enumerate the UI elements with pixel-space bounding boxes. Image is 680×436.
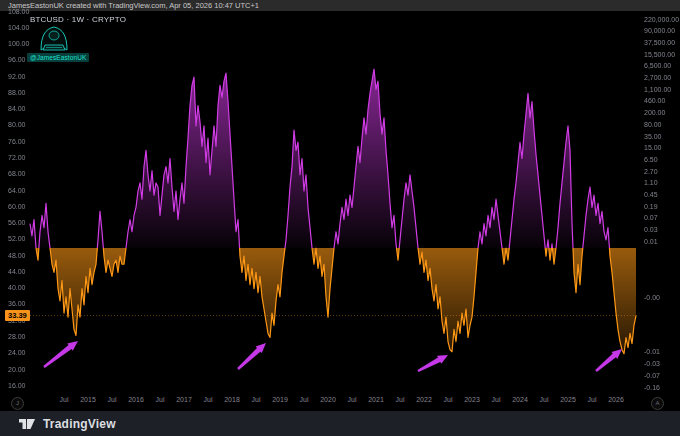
right-axis-tick: 0.19 (644, 203, 658, 210)
left-axis-tick: 88.00 (8, 89, 26, 96)
attribution-text: JamesEastonUK created with TradingView.c… (8, 1, 259, 10)
left-axis-tick: 100.00 (8, 40, 29, 47)
right-axis-tick: 0.07 (644, 214, 658, 221)
right-axis-tick: 2,700.00 (644, 74, 671, 81)
left-axis-tick: 92.00 (8, 73, 26, 80)
right-axis-tick: 37,500.00 (644, 39, 675, 46)
left-axis-tick: 76.00 (8, 138, 26, 145)
tradingview-logo-icon[interactable] (18, 417, 36, 431)
time-axis-tick: 2021 (368, 396, 384, 403)
left-axis-tick: 72.00 (8, 154, 26, 161)
time-axis-tick: 2016 (128, 396, 144, 403)
left-axis-tick: 80.00 (8, 121, 26, 128)
right-axis-tick: 0.45 (644, 191, 658, 198)
right-axis-tick: 35.00 (644, 133, 662, 140)
right-axis-tick: 1,100.00 (644, 86, 671, 93)
right-axis-tick: 0.03 (644, 226, 658, 233)
tradingview-snapshot: JamesEastonUK created with TradingView.c… (0, 0, 680, 436)
left-axis-tick: 40.00 (8, 284, 26, 291)
right-axis-tick: 6,500.00 (644, 62, 671, 69)
left-axis-tick: 56.00 (8, 219, 26, 226)
time-axis-tick: Jul (348, 396, 357, 403)
time-axis-tick: Jul (60, 396, 69, 403)
time-axis-tick: 2018 (224, 396, 240, 403)
attribution-bar: JamesEastonUK created with TradingView.c… (0, 0, 680, 11)
left-axis-tick: 20.00 (8, 366, 26, 373)
brand-name[interactable]: TradingView (43, 417, 116, 431)
right-axis-tick: 15,500.00 (644, 51, 675, 58)
time-axis-tick: Jul (204, 396, 213, 403)
left-axis-tick: 84.00 (8, 105, 26, 112)
left-axis-tick: 16.00 (8, 382, 26, 389)
right-axis-tick: 6.50 (644, 156, 658, 163)
current-value-label: 33.39 (5, 310, 30, 321)
time-axis-tick: Jul (252, 396, 261, 403)
left-axis-tick: 36.00 (8, 300, 26, 307)
symbol-title: BTCUSD · 1W · CRYPTO (30, 15, 126, 24)
time-axis-tick: 2024 (512, 396, 528, 403)
time-axis-tick: Jul (156, 396, 165, 403)
oscillator-chart-canvas[interactable] (0, 12, 680, 392)
time-axis-tick: Jul (108, 396, 117, 403)
right-axis-tick: -0.16 (644, 384, 660, 391)
right-axis-tick: 2.70 (644, 168, 658, 175)
left-axis-tick: 44.00 (8, 268, 26, 275)
left-axis-tick: 64.00 (8, 187, 26, 194)
time-axis-tick: 2015 (80, 396, 96, 403)
time-axis-tick: 2017 (176, 396, 192, 403)
right-axis-tick: -0.00 (644, 294, 660, 301)
right-axis-tick: 200.00 (644, 109, 665, 116)
time-axis-tick: Jul (540, 396, 549, 403)
time-axis-tick: Jul (300, 396, 309, 403)
right-axis-tick: -0.03 (644, 360, 660, 367)
left-axis-tick: 104.00 (8, 24, 29, 31)
time-axis-tick: 2019 (272, 396, 288, 403)
right-axis-tick: -0.07 (644, 372, 660, 379)
footer-bar: TradingView (0, 411, 680, 436)
time-axis-tick: Jul (492, 396, 501, 403)
left-axis-tick: 96.00 (8, 56, 26, 63)
left-axis-tick: 52.00 (8, 235, 26, 242)
time-axis-tick: 2025 (560, 396, 576, 403)
right-axis-tick: 15.00 (644, 144, 662, 151)
time-axis-tick: 2020 (320, 396, 336, 403)
time-axis-tick: 2026 (608, 396, 624, 403)
time-axis-tick: 2022 (416, 396, 432, 403)
auto-scale-icon[interactable]: A (651, 397, 664, 410)
right-axis-tick: 460.00 (644, 97, 665, 104)
left-axis-tick: 48.00 (8, 252, 26, 259)
watermark-handle: @JamesEastonUK (27, 53, 89, 62)
time-axis-tick: 2023 (464, 396, 480, 403)
right-axis-tick: 220,000.00 (644, 16, 679, 23)
time-axis-tick: Jul (444, 396, 453, 403)
right-axis-tick: 1.10 (644, 179, 658, 186)
left-axis-tick: 24.00 (8, 349, 26, 356)
right-axis-tick: 80.00 (644, 121, 662, 128)
left-axis-tick: 108.00 (8, 8, 29, 15)
pane-logo-icon[interactable]: J (11, 397, 24, 410)
left-axis-tick: 60.00 (8, 203, 26, 210)
right-axis-tick: -0.01 (644, 348, 660, 355)
hacker-avatar-icon (33, 26, 75, 53)
time-axis-tick: Jul (396, 396, 405, 403)
left-axis-tick: 28.00 (8, 333, 26, 340)
right-axis-tick: 90,000.00 (644, 27, 675, 34)
time-axis-tick: Jul (588, 396, 597, 403)
left-axis-tick: 68.00 (8, 170, 26, 177)
right-axis-tick: 0.01 (644, 238, 658, 245)
